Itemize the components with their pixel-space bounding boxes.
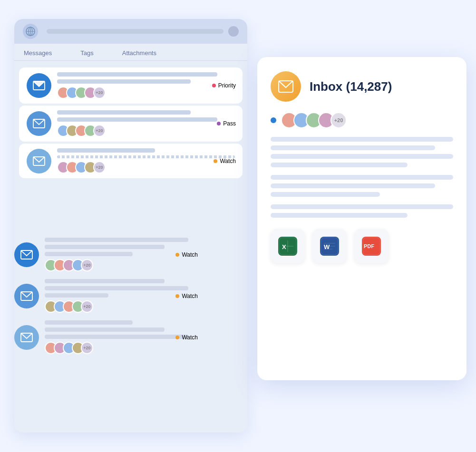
- tag-badge-4: Watch: [175, 251, 198, 258]
- tag-badge-1: Priority: [212, 82, 236, 89]
- mail-icon-2: [27, 111, 51, 136]
- back-card-header: [14, 19, 247, 44]
- msg-line: [45, 252, 133, 256]
- msg-line: [57, 155, 235, 158]
- avatars-row: +20: [45, 342, 204, 354]
- mail-icon-3: [27, 149, 51, 173]
- tab-messages[interactable]: Messages: [24, 49, 52, 57]
- content-line: [271, 204, 453, 209]
- tag-label: Priority: [218, 82, 236, 89]
- avatars-row: +20: [45, 259, 204, 271]
- tag-label: Watch: [220, 158, 236, 164]
- msg-line: [45, 293, 108, 298]
- word-attachment[interactable]: W: [312, 229, 347, 263]
- floating-messages: +20 Watch: [14, 238, 204, 354]
- svg-text:X: X: [282, 243, 286, 250]
- excel-attachment[interactable]: X: [271, 229, 305, 263]
- tag-dot: [175, 336, 179, 339]
- avatar-count: +20: [81, 300, 93, 313]
- message-content-2: +20: [57, 110, 235, 137]
- mail-icon-6: [14, 325, 39, 350]
- table-row[interactable]: +20 Watch: [14, 320, 204, 354]
- avatar-count: +20: [81, 259, 93, 271]
- back-card: Messages Tags Attachments: [14, 19, 247, 433]
- tag-label: Watch: [182, 251, 198, 258]
- tag-dot: [175, 253, 179, 257]
- header-bar: [47, 29, 223, 34]
- msg-line: [45, 286, 188, 290]
- tab-tags[interactable]: Tags: [80, 49, 93, 57]
- svg-text:PDF: PDF: [364, 243, 374, 249]
- scene: Messages Tags Attachments: [0, 0, 476, 452]
- mail-icon-1: [27, 73, 51, 98]
- front-avatar-count: +20: [330, 112, 347, 128]
- msg-line: [57, 117, 217, 122]
- tag-dot: [214, 159, 217, 163]
- msg-line: [45, 335, 188, 339]
- table-row[interactable]: +20 Watch: [14, 238, 204, 271]
- avatar-count: +20: [93, 87, 106, 99]
- message-list: +20 Priority: [14, 61, 247, 185]
- avatars-row: +20: [57, 87, 235, 99]
- content-line: [271, 213, 408, 218]
- avatar-count: +20: [93, 125, 106, 137]
- tag-badge-5: Watch: [175, 293, 198, 299]
- pdf-attachment[interactable]: PDF: [354, 229, 389, 263]
- attachments-row: X W: [271, 229, 453, 263]
- tag-label: Watch: [182, 334, 198, 341]
- table-row[interactable]: +20 Priority: [19, 67, 243, 104]
- msg-line: [45, 238, 188, 242]
- globe-icon: [23, 24, 38, 39]
- avatars-row: +20: [57, 161, 235, 173]
- inbox-sub-row: +20: [271, 112, 453, 128]
- message-content-3: +20: [57, 148, 235, 173]
- avatars-row: +20: [57, 125, 235, 137]
- msg-line: [57, 148, 155, 153]
- svg-text:W: W: [324, 243, 330, 250]
- tag-badge-3: Watch: [214, 158, 236, 164]
- msg-line: [45, 245, 165, 249]
- avatar-count: +20: [93, 161, 106, 173]
- tag-label: Watch: [182, 293, 198, 299]
- content-line: [271, 175, 453, 180]
- content-line: [271, 183, 435, 188]
- inbox-icon: [271, 71, 301, 102]
- content-line: [271, 137, 453, 142]
- msg-line: [57, 79, 191, 84]
- table-row[interactable]: +20 Pass: [19, 106, 243, 142]
- inbox-title: Inbox (14,287): [310, 79, 392, 94]
- tag-dot: [212, 84, 216, 87]
- tag-label: Pass: [223, 120, 236, 127]
- header-circle: [228, 26, 239, 37]
- tag-badge-6: Watch: [175, 334, 198, 341]
- content-lines: [271, 137, 453, 218]
- tag-dot: [175, 294, 179, 298]
- tabs-row: Messages Tags Attachments: [14, 44, 247, 61]
- tag-badge-2: Pass: [217, 120, 236, 127]
- msg-line: [45, 327, 165, 332]
- mail-icon-5: [14, 284, 39, 308]
- avatars-row: +20: [45, 300, 204, 313]
- table-row[interactable]: +20 Watch: [14, 279, 204, 313]
- content-line: [271, 192, 380, 197]
- message-content-1: +20: [57, 72, 235, 99]
- inbox-header: Inbox (14,287): [271, 71, 453, 102]
- msg-line: [57, 110, 191, 115]
- msg-line: [45, 279, 165, 283]
- table-row[interactable]: +20 Watch: [19, 144, 243, 178]
- content-line: [271, 163, 408, 167]
- msg-line: [45, 320, 133, 325]
- inbox-dot: [271, 117, 276, 123]
- content-line: [271, 145, 435, 150]
- mail-icon-4: [14, 242, 39, 267]
- tag-dot: [217, 122, 221, 125]
- msg-line: [57, 72, 217, 77]
- avatar-count: +20: [81, 342, 93, 354]
- content-line: [271, 154, 453, 159]
- front-card: Inbox (14,287) +20: [257, 57, 466, 380]
- front-avatars: +20: [281, 112, 347, 128]
- tab-attachments[interactable]: Attachments: [122, 49, 156, 57]
